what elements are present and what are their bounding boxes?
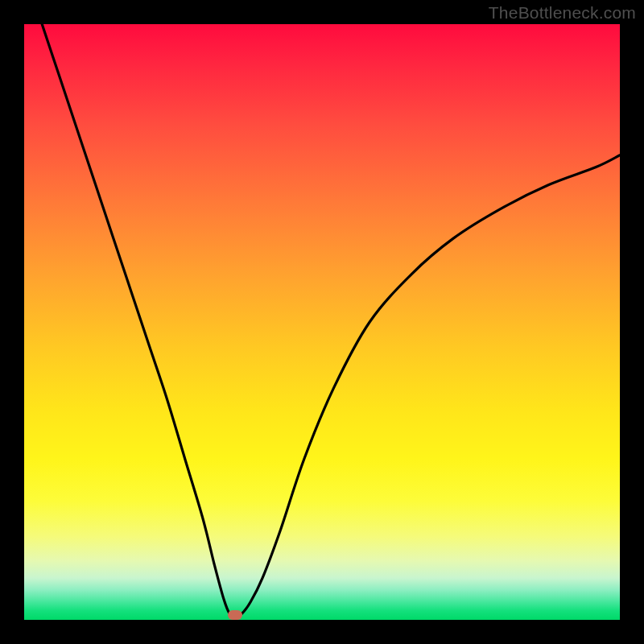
bottleneck-curve — [24, 24, 620, 620]
optimal-marker — [228, 610, 242, 620]
plot-area — [24, 24, 620, 620]
watermark-text: TheBottleneck.com — [489, 3, 636, 23]
